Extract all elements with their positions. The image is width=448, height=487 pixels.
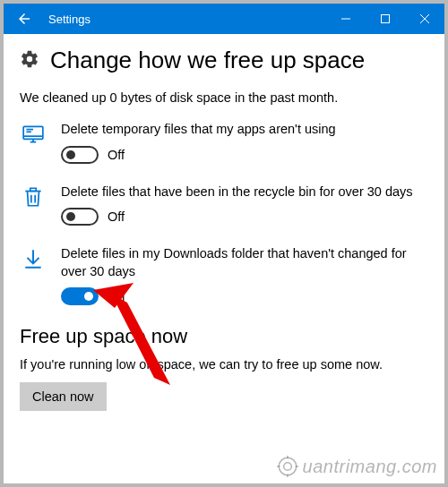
arrow-left-icon [16,11,32,27]
window-title: Settings [45,13,90,26]
toggle-temp-files[interactable] [61,146,99,164]
content-area: Change how we free up space We cleaned u… [4,34,444,411]
svg-point-16 [279,457,297,475]
back-button[interactable] [4,4,45,34]
settings-window: Settings Change how we free up space We … [0,0,448,487]
minimize-button[interactable] [326,4,366,34]
svg-rect-1 [382,15,390,23]
option-label: Delete files in my Downloads folder that… [61,245,428,280]
toggle-downloads[interactable] [61,287,99,305]
section-heading: Free up space now [20,325,428,348]
close-button[interactable] [405,4,444,34]
maximize-button[interactable] [366,4,405,34]
svg-rect-4 [23,126,43,139]
watermark: uantrimang.com [276,455,437,478]
toggle-state-text: Off [108,148,125,162]
gear-icon [20,49,39,73]
toggle-state-text: On [108,289,125,303]
section-text: If you're running low on space, we can t… [20,357,428,372]
option-temp-files: Delete temporary files that my apps aren… [20,121,428,164]
page-heading-row: Change how we free up space [20,47,428,74]
trash-icon [20,184,47,209]
monitor-icon [20,121,47,146]
maximize-icon [381,14,390,23]
window-controls [326,4,444,34]
toggle-state-text: Off [108,209,125,224]
minimize-icon [341,14,350,23]
option-recycle-bin: Delete files that have been in the recyc… [20,184,428,226]
toggle-recycle-bin[interactable] [61,208,99,226]
svg-point-17 [283,463,291,471]
option-downloads: Delete files in my Downloads folder that… [20,245,428,305]
close-icon [420,14,429,23]
status-text: We cleaned up 0 bytes of disk space in t… [20,90,428,105]
clean-now-button[interactable]: Clean now [20,382,107,411]
option-label: Delete temporary files that my apps aren… [61,121,428,139]
download-icon [20,245,47,270]
titlebar: Settings [4,4,444,34]
lightbulb-icon [276,455,299,478]
page-title: Change how we free up space [50,47,365,74]
option-label: Delete files that have been in the recyc… [61,184,428,201]
